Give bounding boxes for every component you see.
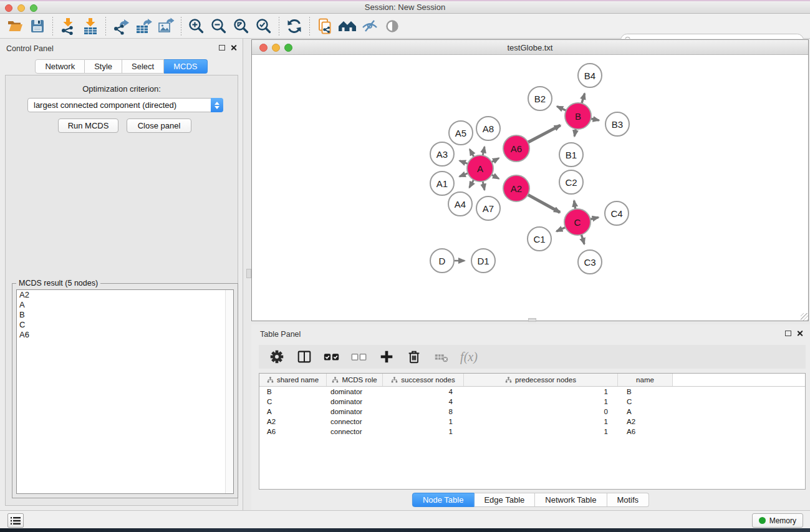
run-mcds-button[interactable]: Run MCDS	[58, 118, 118, 133]
delete-column-icon[interactable]	[405, 347, 423, 366]
function-builder-icon[interactable]: f(x)	[460, 347, 478, 366]
graph-node-A2[interactable]: A2	[503, 175, 530, 202]
show-columns-icon[interactable]	[295, 347, 314, 366]
export-network-icon[interactable]	[110, 16, 132, 37]
mcds-result-item[interactable]: A	[17, 300, 233, 310]
tab-select[interactable]: Select	[122, 59, 164, 74]
column-header-successor-nodes[interactable]: successor nodes	[383, 374, 464, 386]
tab-network[interactable]: Network	[35, 59, 85, 74]
graph-edge-B-B3[interactable]	[591, 118, 599, 120]
table-cell[interactable]: A2	[259, 418, 327, 425]
graph-node-C4[interactable]: C4	[604, 201, 629, 226]
mcds-result-item[interactable]: C	[17, 320, 233, 330]
graph-edge-A-A4[interactable]	[470, 180, 474, 188]
resize-grip[interactable]	[801, 313, 808, 321]
zoom-fit-icon[interactable]	[230, 16, 253, 37]
graph-node-A[interactable]: A	[466, 155, 494, 182]
table-cell[interactable]: 4	[383, 388, 464, 395]
graph-edge-A-A6[interactable]	[491, 158, 499, 162]
table-cell[interactable]: dominator	[327, 388, 383, 395]
column-header-MCDS-role[interactable]: MCDS role	[327, 374, 383, 386]
graph-node-A5[interactable]: A5	[448, 120, 473, 145]
homes-icon[interactable]	[336, 16, 359, 37]
table-cell[interactable]: C	[618, 398, 673, 405]
tab-node-table[interactable]: Node Table	[412, 493, 475, 507]
table-row[interactable]: Cdominator41C	[259, 397, 805, 407]
mcds-result-item[interactable]: A2	[17, 290, 233, 300]
splitter-handle[interactable]	[246, 269, 251, 278]
save-session-icon[interactable]	[26, 16, 49, 37]
deselect-all-icon[interactable]	[350, 347, 369, 366]
column-header-name[interactable]: name	[618, 374, 673, 386]
mcds-result-item[interactable]: A6	[17, 330, 233, 340]
graph-edge-B-B2[interactable]	[557, 107, 566, 111]
graph-edge-C-C3[interactable]	[581, 235, 584, 244]
table-cell[interactable]: 1	[464, 388, 618, 395]
table-cell[interactable]: A	[259, 408, 327, 415]
graph-node-A1[interactable]: A1	[430, 171, 455, 196]
graph-edge-C-C4[interactable]	[590, 218, 598, 220]
graph-edge-A-A8[interactable]	[483, 147, 485, 155]
column-header-shared-name[interactable]: shared name	[259, 374, 327, 386]
select-stepper-icon[interactable]	[211, 98, 223, 112]
graph-node-B2[interactable]: B2	[528, 86, 552, 111]
memory-button[interactable]: Memory	[752, 513, 803, 528]
table-cell[interactable]: 1	[464, 418, 618, 425]
task-history-button[interactable]	[7, 513, 24, 528]
graph-node-A3[interactable]: A3	[430, 142, 455, 167]
close-panel-button[interactable]: Close panel	[127, 118, 191, 133]
export-table-icon[interactable]	[132, 16, 155, 37]
horizontal-scrollbar-thumb[interactable]	[528, 318, 536, 322]
duplicate-network-icon[interactable]	[314, 16, 336, 37]
close-table-panel-icon[interactable]	[796, 330, 803, 337]
table-cell[interactable]: C	[259, 398, 327, 405]
graph-node-B3[interactable]: B3	[605, 112, 630, 137]
close-panel-icon[interactable]	[230, 44, 237, 51]
table-row[interactable]: Adominator80A	[259, 407, 805, 417]
graph-edge-A2-C[interactable]	[528, 195, 560, 212]
table-cell[interactable]: dominator	[327, 398, 383, 405]
import-network-icon[interactable]	[57, 16, 79, 37]
select-all-icon[interactable]	[322, 347, 341, 366]
graph-edge-B-B4[interactable]	[582, 94, 585, 104]
column-header-predecessor-nodes[interactable]: predecessor nodes	[464, 374, 618, 386]
table-cell[interactable]: 1	[464, 428, 618, 435]
graph-edge-A6-B[interactable]	[528, 125, 561, 142]
table-cell[interactable]: 1	[383, 428, 464, 435]
table-cell[interactable]: connector	[327, 418, 383, 425]
graph-node-A8[interactable]: A8	[476, 116, 501, 141]
table-cell[interactable]: A6	[259, 428, 327, 435]
table-cell[interactable]: 4	[383, 398, 464, 405]
table-cell[interactable]: 0	[464, 408, 618, 415]
tab-motifs[interactable]: Motifs	[607, 493, 649, 507]
tab-mcds[interactable]: MCDS	[164, 59, 207, 74]
table-cell[interactable]: B	[259, 388, 327, 395]
graph-node-B[interactable]: B	[564, 102, 592, 130]
export-image-icon[interactable]	[155, 16, 177, 37]
tab-style[interactable]: Style	[85, 59, 122, 74]
graph-node-D[interactable]: D	[430, 248, 455, 273]
table-cell[interactable]: 1	[383, 418, 464, 425]
graph-edge-A-A7[interactable]	[483, 181, 485, 190]
zoom-selected-icon[interactable]	[253, 16, 275, 37]
float-table-panel-icon[interactable]	[785, 331, 791, 336]
refresh-icon[interactable]	[283, 16, 306, 37]
graph-edge-A-A1[interactable]	[460, 173, 468, 177]
add-column-icon[interactable]	[377, 347, 396, 366]
graph-edge-A-A2[interactable]	[491, 175, 499, 178]
table-cell[interactable]: B	[618, 388, 673, 395]
graph-node-C3[interactable]: C3	[577, 249, 602, 274]
delete-table-icon[interactable]	[432, 347, 451, 366]
hide-details-icon[interactable]	[359, 16, 381, 37]
graph-node-C1[interactable]: C1	[527, 226, 552, 251]
scrollbar-track[interactable]	[225, 290, 233, 493]
settings-gear-icon[interactable]	[268, 347, 286, 366]
graph-edge-B-B1[interactable]	[574, 129, 576, 137]
table-cell[interactable]: A	[618, 408, 673, 415]
graph-node-A6[interactable]: A6	[503, 135, 530, 162]
table-row[interactable]: Bdominator41B	[259, 387, 805, 397]
table-cell[interactable]: A6	[618, 428, 673, 435]
table-row[interactable]: A6connector11A6	[259, 427, 805, 437]
tab-network-table[interactable]: Network Table	[535, 493, 607, 507]
graph-node-C2[interactable]: C2	[559, 170, 584, 195]
